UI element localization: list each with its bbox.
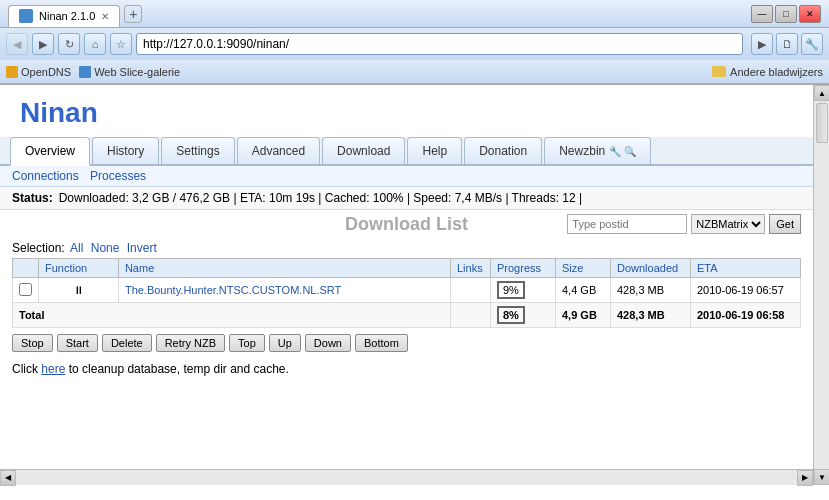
new-tab-button[interactable]: +	[124, 5, 142, 23]
status-text: Downloaded: 3,2 GB / 476,2 GB | ETA: 10m…	[59, 191, 582, 205]
tab-help[interactable]: Help	[407, 137, 462, 164]
up-button[interactable]: Up	[269, 334, 301, 352]
scroll-left-arrow[interactable]: ◀	[0, 470, 16, 486]
col-eta: ETA	[691, 259, 801, 278]
scrollbar-bottom[interactable]: ◀ ▶	[0, 469, 813, 485]
bookmark-webslice[interactable]: Web Slice-galerie	[79, 66, 180, 78]
tab-donation[interactable]: Donation	[464, 137, 542, 164]
bookmark-opendns[interactable]: OpenDNS	[6, 66, 71, 78]
bottom-button[interactable]: Bottom	[355, 334, 408, 352]
row-checkbox[interactable]	[19, 283, 32, 296]
row-function: ⏸	[39, 278, 119, 303]
down-button[interactable]: Down	[305, 334, 351, 352]
total-progress-value: 8%	[497, 306, 525, 324]
top-button[interactable]: Top	[229, 334, 265, 352]
tab-download[interactable]: Download	[322, 137, 405, 164]
col-downloaded: Downloaded	[611, 259, 691, 278]
bookmark-opendns-label: OpenDNS	[21, 66, 71, 78]
sub-nav: Connections Processes	[0, 166, 813, 187]
download-list-header: Download List NZBMatrix Get	[0, 210, 813, 238]
refresh-button[interactable]: ↻	[58, 33, 80, 55]
scroll-down-arrow[interactable]: ▼	[814, 469, 829, 485]
scroll-right-arrow[interactable]: ▶	[797, 470, 813, 486]
total-label: Total	[13, 303, 451, 328]
bookmarks-folder-icon	[712, 66, 726, 77]
nzb-matrix-select[interactable]: NZBMatrix	[691, 214, 765, 234]
footer-cleanup-link[interactable]: here	[41, 362, 65, 376]
col-size: Size	[556, 259, 611, 278]
address-bar[interactable]	[136, 33, 743, 55]
row-eta: 2010-06-19 06:57	[691, 278, 801, 303]
row-size: 4,4 GB	[556, 278, 611, 303]
delete-button[interactable]: Delete	[102, 334, 152, 352]
total-downloaded: 428,3 MB	[611, 303, 691, 328]
total-size: 4,9 GB	[556, 303, 611, 328]
table-row: ⏸ The.Bounty.Hunter.NTSC.CUSTOM.NL.SRT 9…	[13, 278, 801, 303]
total-links	[451, 303, 491, 328]
connections-link[interactable]: Connections	[12, 169, 79, 183]
col-progress: Progress	[491, 259, 556, 278]
select-none-link[interactable]: None	[91, 241, 120, 255]
total-row: Total 8% 4,9 GB 428,3 MB 2010-06-19 06:5…	[13, 303, 801, 328]
footer-text-after: to cleanup database, temp dir and cache.	[65, 362, 288, 376]
close-button[interactable]: ✕	[799, 5, 821, 23]
download-table: Function Name Links Progress Size Downlo…	[12, 258, 801, 328]
tab-newzbin[interactable]: Newzbin 🔧 🔍	[544, 137, 651, 164]
status-label: Status:	[12, 191, 53, 205]
select-invert-link[interactable]: Invert	[127, 241, 157, 255]
postid-input[interactable]	[567, 214, 687, 234]
tab-advanced[interactable]: Advanced	[237, 137, 320, 164]
tab-favicon	[19, 9, 33, 23]
selection-bar: Selection: All None Invert	[0, 238, 813, 258]
get-button[interactable]: Get	[769, 214, 801, 234]
download-table-container: Function Name Links Progress Size Downlo…	[0, 258, 813, 328]
col-function: Function	[39, 259, 119, 278]
progress-value: 9%	[497, 281, 525, 299]
back-button[interactable]: ◀	[6, 33, 28, 55]
page-footer: Click here to cleanup database, temp dir…	[0, 358, 813, 380]
start-button[interactable]: Start	[57, 334, 98, 352]
col-links: Links	[451, 259, 491, 278]
browser-tab[interactable]: Ninan 2.1.0 ✕	[8, 5, 120, 27]
scroll-up-arrow[interactable]: ▲	[814, 85, 829, 101]
status-bar: Status: Downloaded: 3,2 GB / 476,2 GB | …	[0, 187, 813, 210]
bookmark-icon	[6, 66, 18, 78]
tab-close-btn[interactable]: ✕	[101, 11, 109, 22]
action-buttons: Stop Start Delete Retry NZB Top Up Down …	[0, 328, 813, 358]
tab-title: Ninan 2.1.0	[39, 10, 95, 22]
col-name: Name	[118, 259, 450, 278]
selection-label: Selection:	[12, 241, 65, 255]
total-progress: 8%	[491, 303, 556, 328]
nav-page-button[interactable]: 🗋	[776, 33, 798, 55]
footer-text-before: Click	[12, 362, 41, 376]
download-list-title: Download List	[345, 214, 468, 235]
total-eta: 2010-06-19 06:58	[691, 303, 801, 328]
row-downloaded: 428,3 MB	[611, 278, 691, 303]
bookmark-webslice-label: Web Slice-galerie	[94, 66, 180, 78]
bookmarks-folder-label: Andere bladwijzers	[730, 66, 823, 78]
bookmark-icon-2	[79, 66, 91, 78]
star-button[interactable]: ☆	[110, 33, 132, 55]
tab-history[interactable]: History	[92, 137, 159, 164]
select-all-link[interactable]: All	[70, 241, 83, 255]
nav-tools-button[interactable]: 🔧	[801, 33, 823, 55]
row-filename[interactable]: The.Bounty.Hunter.NTSC.CUSTOM.NL.SRT	[125, 284, 341, 296]
retry-nzb-button[interactable]: Retry NZB	[156, 334, 225, 352]
scrollbar-thumb[interactable]	[816, 103, 828, 143]
scrollbar-right[interactable]: ▲ ▼	[813, 85, 829, 485]
forward-button[interactable]: ▶	[32, 33, 54, 55]
nav-go-button[interactable]: ▶	[751, 33, 773, 55]
col-check	[13, 259, 39, 278]
maximize-button[interactable]: □	[775, 5, 797, 23]
processes-link[interactable]: Processes	[90, 169, 146, 183]
app-title: Ninan	[0, 85, 813, 137]
tab-overview[interactable]: Overview	[10, 137, 90, 166]
row-progress: 9%	[491, 278, 556, 303]
home-button[interactable]: ⌂	[84, 33, 106, 55]
nav-tabs: Overview History Settings Advanced Downl…	[0, 137, 813, 166]
tab-settings[interactable]: Settings	[161, 137, 234, 164]
minimize-button[interactable]: —	[751, 5, 773, 23]
row-links	[451, 278, 491, 303]
stop-button[interactable]: Stop	[12, 334, 53, 352]
